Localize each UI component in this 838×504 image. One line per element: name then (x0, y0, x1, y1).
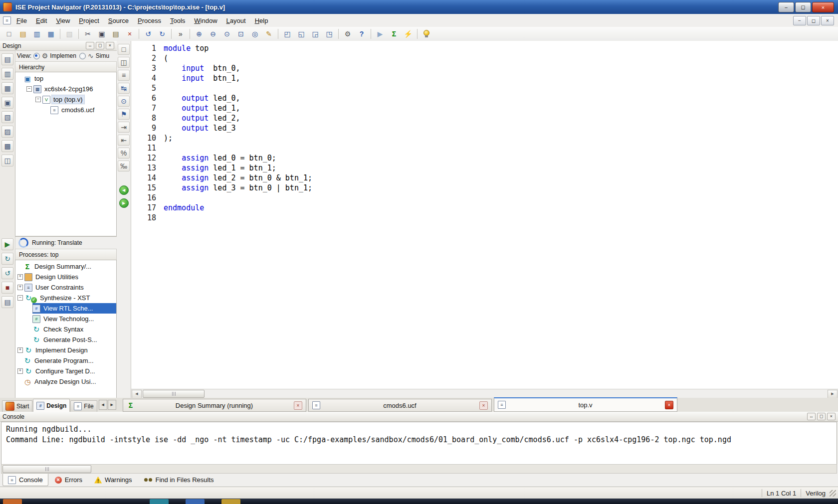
console-header[interactable]: Console ↔ ◻ × (0, 412, 838, 422)
reports-view-button[interactable]: ▨ (1, 126, 13, 138)
intelligent-help-button[interactable] (419, 27, 433, 40)
taskbar-app-4[interactable] (221, 499, 240, 504)
code-line[interactable]: 5 (131, 83, 838, 93)
quick-run-button[interactable]: ⚡ (401, 27, 415, 40)
column-select-button[interactable]: ◫ (118, 57, 130, 68)
cascade-windows-button[interactable]: ◱ (294, 27, 308, 40)
menu-item-process[interactable]: Process (133, 15, 166, 26)
code-line[interactable]: 9 output led_3 (131, 123, 838, 133)
process-item[interactable]: #View RTL Sche... (15, 303, 116, 314)
close-tab-icon[interactable]: × (294, 401, 302, 410)
copy-button[interactable]: ▣ (95, 27, 109, 40)
process-item[interactable]: ↻Generate Program... (15, 355, 116, 366)
taskbar-app-1[interactable] (3, 499, 22, 504)
save-button[interactable]: ▥ (30, 27, 44, 40)
zoom-selection-button[interactable]: ◎ (248, 27, 262, 40)
code-line[interactable]: 17endmodule (131, 203, 838, 213)
process-item[interactable]: ↻Check Syntax (15, 324, 116, 335)
expand-plus-icon[interactable]: + (17, 347, 23, 353)
panel-tab-files[interactable]: ≡File (70, 400, 97, 412)
select-tool-button[interactable]: □ (118, 44, 130, 55)
scroll-left-icon[interactable]: ◀ (132, 390, 142, 398)
sources-view-button[interactable]: ▣ (1, 97, 13, 109)
language-templates-button[interactable]: ✎ (262, 27, 276, 40)
menu-item-source[interactable]: Source (104, 15, 133, 26)
zoom-in-button[interactable]: ⊕ (192, 27, 206, 40)
nav-back-button[interactable]: ◀ (118, 184, 130, 195)
code-line[interactable]: 8 output led_2, (131, 113, 838, 123)
redo-button[interactable]: ↻ (155, 27, 169, 40)
process-item[interactable]: ΣDesign Summary/... (15, 261, 116, 272)
process-item[interactable]: −↻Synthesize - XST (15, 293, 116, 303)
maximize-panel-button[interactable]: ◻ (96, 42, 104, 49)
snapshots-view-button[interactable]: ▧ (1, 111, 13, 123)
mdi-minimize-button[interactable]: − (793, 16, 806, 25)
menu-item-edit[interactable]: Edit (31, 15, 51, 26)
toggle-ruler-button[interactable]: ≡ (118, 70, 130, 81)
undo-button[interactable]: ↺ (141, 27, 155, 40)
process-item[interactable]: +↻Implement Design (15, 345, 116, 355)
code-line[interactable]: 13 assign led_1 = btn_1; (131, 163, 838, 173)
find-button[interactable]: ⊙ (118, 96, 130, 107)
windows-taskbar[interactable] (0, 499, 838, 504)
menu-item-tools[interactable]: Tools (166, 15, 190, 26)
process-item[interactable]: #View Technolog... (15, 314, 116, 324)
comment-button[interactable]: % (118, 148, 130, 159)
settings-button[interactable]: ⚙ (341, 27, 355, 40)
collapse-minus-icon[interactable]: − (26, 86, 32, 92)
console-tab-errors[interactable]: Errors (49, 474, 88, 486)
process-item[interactable]: +↻Configure Target D... (15, 366, 116, 376)
process-properties-button[interactable]: ▤ (1, 296, 13, 308)
outdent-button[interactable]: ⇤ (118, 135, 130, 146)
files-view-button[interactable]: ▥ (1, 68, 13, 80)
context-help-button[interactable]: ? (355, 27, 369, 40)
menu-item-window[interactable]: Window (190, 15, 221, 26)
scrollbar-thumb[interactable] (143, 390, 205, 398)
hierarchy-item[interactable]: −▦xc6slx4-2cpg196 (15, 84, 116, 94)
doc-tab-top-v[interactable]: ≡top.v× (494, 397, 677, 412)
console-tab-warnings[interactable]: Warnings (89, 474, 137, 486)
process-item[interactable]: +≡User Constraints (15, 282, 116, 293)
new-file-button[interactable]: □ (2, 27, 16, 40)
nav-forward-button[interactable]: ▶ (118, 197, 130, 208)
tile-vertical-button[interactable]: ◳ (322, 27, 336, 40)
close-window-button[interactable]: × (812, 2, 834, 12)
libraries-view-button[interactable]: ▦ (1, 82, 13, 94)
close-panel-button[interactable]: × (106, 42, 114, 49)
rerun-process-button[interactable]: ↻ (1, 253, 13, 265)
code-line[interactable]: 2( (131, 53, 838, 63)
zoom-out-button[interactable]: ⊖ (206, 27, 220, 40)
tile-horizontal-button[interactable]: ◲ (308, 27, 322, 40)
scroll-right-icon[interactable]: ▶ (828, 390, 838, 398)
float-console-button[interactable]: ↔ (807, 413, 816, 420)
menu-item-layout[interactable]: Layout (222, 15, 250, 26)
code-line[interactable]: 16 (131, 193, 838, 203)
float-panel-button[interactable]: ↔ (86, 42, 94, 49)
collapse-minus-icon[interactable]: − (35, 97, 41, 102)
hierarchy-item[interactable]: −Vtop (top.v) (15, 94, 116, 105)
panel-tab-start[interactable]: Start (2, 400, 32, 412)
design-panel-header[interactable]: Design ↔ ◻ × (0, 41, 117, 51)
taskbar-app-2[interactable] (150, 499, 169, 504)
menu-item-file[interactable]: File (12, 15, 31, 26)
open-file-button[interactable]: ▤ (16, 27, 30, 40)
new-window-button[interactable]: ◰ (280, 27, 294, 40)
options-view-button[interactable]: ▩ (1, 140, 13, 152)
toolbar-overflow-button[interactable]: » (174, 27, 188, 40)
editor-horizontal-scrollbar[interactable]: ◀ ▶ (131, 389, 838, 398)
zoom-area-button[interactable]: ⊡ (234, 27, 248, 40)
rerun-all-button[interactable]: ↺ (1, 267, 13, 279)
goto-line-button[interactable]: ↹ (118, 83, 130, 94)
console-tab-console[interactable]: ≡Console (2, 474, 48, 486)
design-summary-button[interactable]: Σ (387, 27, 401, 40)
menu-item-view[interactable]: View (51, 15, 74, 26)
cut-button[interactable]: ✂ (81, 27, 95, 40)
view-option-implementation[interactable]: ⚙Implemen (33, 52, 76, 60)
close-tab-icon[interactable]: × (665, 401, 673, 409)
expand-plus-icon[interactable]: + (17, 368, 23, 374)
code-editor[interactable]: 1module top2(3 input btn_0,4 input btn_1… (131, 41, 838, 389)
hierarchy-item[interactable]: ▣top (15, 73, 116, 84)
panel-tab-design[interactable]: #Design (33, 399, 70, 412)
save-all-button[interactable]: ▦ (44, 27, 58, 40)
mdi-restore-button[interactable]: ◻ (807, 16, 820, 25)
